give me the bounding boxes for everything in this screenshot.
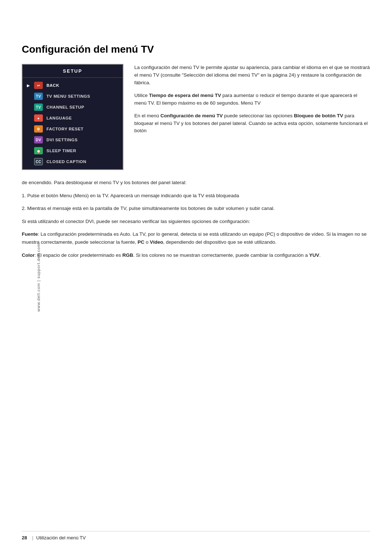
menu-label-lang: LANGUAGE bbox=[46, 116, 72, 120]
body-p2: 1. Pulse el botón Menu (Menú) en la TV. … bbox=[22, 192, 370, 200]
body-p6-text: : El espacio de color predeterminado es bbox=[34, 252, 122, 258]
menu-label-sleep: SLEEP TIMER bbox=[46, 149, 76, 153]
menu-item-language[interactable]: ● LANGUAGE bbox=[23, 113, 123, 123]
footer-label: Utilización del menú TV bbox=[36, 535, 86, 540]
body-p5-bold2: PC bbox=[138, 239, 144, 245]
menu-screenshot: SETUP ▶ ↩ BACK TV TV MENU SETTINGS bbox=[22, 64, 123, 170]
menu-item-cc[interactable]: CC CLOSED CAPTION bbox=[23, 156, 123, 167]
menu-icon-factory: ⚙ bbox=[34, 125, 43, 133]
side-text: www.dell.com | support.dell.com bbox=[36, 243, 41, 312]
footer-page-number: 28 bbox=[22, 535, 27, 540]
body-p1: de encendido. Para desbloquear el menú T… bbox=[22, 179, 370, 187]
menu-label-ch: CHANNEL SETUP bbox=[46, 105, 84, 109]
menu-icon-tv: TV bbox=[34, 93, 43, 100]
right-para3-suffix: puede seleccionar las opciones bbox=[223, 113, 294, 118]
body-p6-final: . bbox=[319, 252, 320, 258]
right-para3: En el menú Configuración de menú TV pued… bbox=[134, 112, 370, 135]
menu-items-list: ▶ ↩ BACK TV TV MENU SETTINGS TV CHANNEL … bbox=[23, 78, 123, 169]
body-p5-end: , dependiendo del dispositivo que se est… bbox=[163, 239, 276, 245]
menu-arrow-back: ▶ bbox=[27, 84, 30, 88]
page-title: Configuración del menú TV bbox=[22, 44, 370, 55]
menu-icon-sleep: ⏰ bbox=[34, 147, 43, 154]
body-p6-bold3: YUV bbox=[309, 252, 319, 258]
right-para2: Utilice Tiempo de espera del menú TV par… bbox=[134, 92, 370, 107]
body-p6-end: . Si los colores no se muestran correcta… bbox=[133, 252, 309, 258]
body-p6: Color: El espacio de color predeterminad… bbox=[22, 251, 370, 259]
menu-label-back: BACK bbox=[46, 83, 59, 88]
right-para3-prefix: En el menú bbox=[134, 113, 160, 118]
body-p5-mid: o bbox=[144, 239, 150, 245]
right-para3-bold: Configuración de menú TV bbox=[160, 113, 223, 118]
right-column: La configuración del menú TV le permite … bbox=[134, 64, 370, 170]
menu-label-dvi: DVI SETTINGS bbox=[46, 138, 78, 142]
menu-label-cc: CLOSED CAPTION bbox=[46, 159, 86, 164]
right-para2-prefix: Utilice bbox=[134, 93, 149, 98]
menu-item-back[interactable]: ▶ ↩ BACK bbox=[23, 80, 123, 91]
menu-icon-lang: ● bbox=[34, 114, 43, 122]
right-para3-bold2: Bloqueo de botón TV bbox=[294, 113, 343, 118]
body-p3: 2. Mientras el mensaje está en la pantal… bbox=[22, 204, 370, 212]
right-para2-bold: Tiempo de espera del menú TV bbox=[149, 93, 221, 98]
menu-item-dvi[interactable]: DV DVI SETTINGS bbox=[23, 134, 123, 145]
main-content: Configuración del menú TV SETUP ▶ ↩ BACK… bbox=[22, 44, 370, 293]
menu-item-tv-settings[interactable]: TV TV MENU SETTINGS bbox=[23, 91, 123, 102]
menu-item-factory[interactable]: ⚙ FACTORY RESET bbox=[23, 123, 123, 134]
menu-icon-back: ↩ bbox=[34, 82, 43, 89]
menu-title: SETUP bbox=[23, 65, 123, 78]
right-para1: La configuración del menú TV le permite … bbox=[134, 64, 370, 87]
menu-icon-ch: TV bbox=[34, 104, 43, 111]
body-p5-bold3: Vídeo bbox=[150, 239, 163, 245]
menu-label-tv: TV MENU SETTINGS bbox=[46, 94, 90, 98]
footer: 28 | Utilización del menú TV bbox=[22, 531, 370, 540]
body-p5: Fuente: La configuración predeterminada … bbox=[22, 230, 370, 246]
body-p4: Si está utilizando el conector DVI, pued… bbox=[22, 218, 370, 226]
menu-icon-cc: CC bbox=[34, 158, 43, 165]
body-p6-bold2: RGB bbox=[122, 252, 133, 258]
menu-item-sleep[interactable]: ⏰ SLEEP TIMER bbox=[23, 145, 123, 156]
body-p5-bold: Fuente bbox=[22, 231, 38, 237]
two-col-section: SETUP ▶ ↩ BACK TV TV MENU SETTINGS bbox=[22, 64, 370, 170]
menu-label-factory: FACTORY RESET bbox=[46, 127, 83, 131]
footer-separator: | bbox=[32, 535, 33, 540]
body-p6-bold: Color bbox=[22, 252, 34, 258]
menu-icon-dvi: DV bbox=[34, 136, 43, 143]
menu-item-channel[interactable]: TV CHANNEL SETUP bbox=[23, 102, 123, 113]
